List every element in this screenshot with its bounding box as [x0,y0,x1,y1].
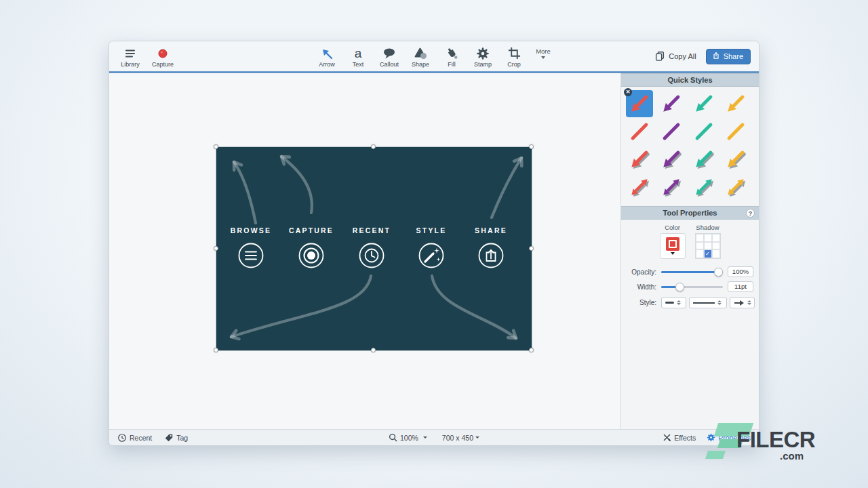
shadow-cell[interactable] [696,242,704,250]
shape-tool-icon [414,46,427,60]
shadow-cell[interactable] [712,249,720,258]
style-label: Style: [621,299,656,306]
quick-style-swatch[interactable] [690,118,717,145]
share-label-img: SHARE [475,226,507,235]
quick-style-swatch[interactable] [658,118,685,145]
copy-all-label: Copy All [669,52,696,60]
opacity-slider-thumb[interactable] [714,268,723,277]
quick-style-swatch[interactable]: ✕ [626,90,653,117]
app-window: Library Capture Arrow a Text [108,41,760,446]
color-picker[interactable] [660,233,686,259]
share-label: Share [724,52,743,60]
side-panel: Quick Styles ✕ Tool Properties ? Color S… [620,73,759,429]
zoom-control[interactable]: 100% [389,433,427,442]
quick-style-swatch[interactable] [690,174,717,201]
more-button[interactable]: More [531,44,555,68]
quick-style-swatch[interactable] [722,146,749,173]
tool-arrow[interactable]: Arrow [313,44,341,68]
width-slider[interactable] [661,283,723,291]
line-end-style-select[interactable] [661,297,686,308]
resize-handle-se[interactable] [529,348,534,352]
library-icon [124,46,136,60]
resize-handle-ne[interactable] [529,144,534,149]
resize-handle-w[interactable] [214,246,218,251]
shadow-cell[interactable] [712,242,720,250]
opacity-value[interactable]: 100% [728,266,753,277]
resize-handle-nw[interactable] [214,144,218,149]
library-label: Library [121,61,140,68]
tag-button[interactable]: Tag [164,433,188,443]
quick-style-swatch[interactable] [626,146,653,173]
tool-callout-label: Callout [380,61,399,68]
tutorial-image: BROWSE CAPTURE RECENT STYLE SHARE [216,147,532,350]
shadow-direction-picker[interactable]: ✓ [695,233,721,259]
arrow-tool-icon [320,46,334,60]
chevron-down-icon [475,436,479,439]
quick-styles-header: Quick Styles [621,73,759,87]
resize-handle-s[interactable] [371,348,376,352]
tool-callout[interactable]: Callout [375,44,403,68]
stepper-icon [717,300,722,305]
deselect-style-badge[interactable]: ✕ [624,88,632,96]
copy-all-button[interactable]: Copy All [654,50,696,62]
resize-handle-e[interactable] [529,246,534,251]
share-button[interactable]: Share [706,49,751,64]
chevron-down-icon [423,436,427,439]
resize-handle-sw[interactable] [214,348,218,352]
zoom-value: 100% [400,434,418,442]
quick-style-swatch[interactable] [722,118,749,145]
quick-style-swatch[interactable] [690,146,717,173]
tool-shape[interactable]: Shape [406,44,435,68]
shadow-cell[interactable] [712,234,720,242]
canvas[interactable]: BROWSE CAPTURE RECENT STYLE SHARE [109,73,620,429]
capture-label-img: CAPTURE [289,226,334,235]
tool-properties-title: Tool Properties [663,209,717,217]
quick-style-swatch[interactable] [626,118,653,145]
library-button[interactable]: Library [116,44,144,71]
quick-style-swatch[interactable] [626,174,653,201]
line-style-select[interactable] [689,297,727,308]
shadow-cell-selected[interactable]: ✓ [704,249,712,258]
opacity-slider[interactable] [661,268,723,277]
tool-text-label: Text [353,61,364,68]
resize-handle-n[interactable] [371,144,376,149]
shadow-cell[interactable] [696,234,704,242]
tool-stamp[interactable]: Stamp [469,44,497,68]
share-upload-icon [712,52,720,61]
quick-style-swatch[interactable] [722,90,749,117]
width-label: Width: [621,283,656,291]
tool-text[interactable]: a Text [344,44,372,68]
shadow-cell[interactable] [704,242,712,250]
toolbar: Library Capture Arrow a Text [109,41,759,71]
fill-tool-icon [445,46,458,60]
quick-style-swatch[interactable] [658,174,685,201]
width-value[interactable]: 11pt [728,281,753,292]
tool-fill-label: Fill [448,61,456,68]
quick-style-swatch[interactable] [658,146,685,173]
shadow-cell[interactable] [704,234,712,242]
line-glyph [693,302,715,304]
toolbar-accent-line [109,71,759,73]
crop-tool-icon [508,46,521,60]
quick-style-swatch[interactable] [658,90,685,117]
quick-style-swatch[interactable] [722,174,749,201]
capture-icon [157,46,168,60]
dimensions-control[interactable]: 700 x 450 [442,434,479,442]
quick-style-swatch[interactable] [690,90,717,117]
tool-fill[interactable]: Fill [437,44,466,68]
tool-crop-label: Crop [507,61,521,68]
opacity-label: Opacity: [621,268,656,276]
line-start-glyph [665,302,674,304]
shadow-cell[interactable] [696,249,704,258]
effects-button[interactable]: Effects [663,433,696,442]
help-button[interactable]: ? [746,209,755,218]
clock-icon [117,433,127,443]
canvas-image[interactable]: BROWSE CAPTURE RECENT STYLE SHARE [216,147,532,350]
arrow-end-style-select[interactable] [730,297,755,308]
width-slider-thumb[interactable] [675,283,684,291]
recent-button[interactable]: Recent [117,433,152,443]
tag-icon [164,433,174,443]
tool-shape-label: Shape [412,61,429,68]
capture-button[interactable]: Capture [149,44,177,71]
tool-crop[interactable]: Crop [500,44,528,68]
